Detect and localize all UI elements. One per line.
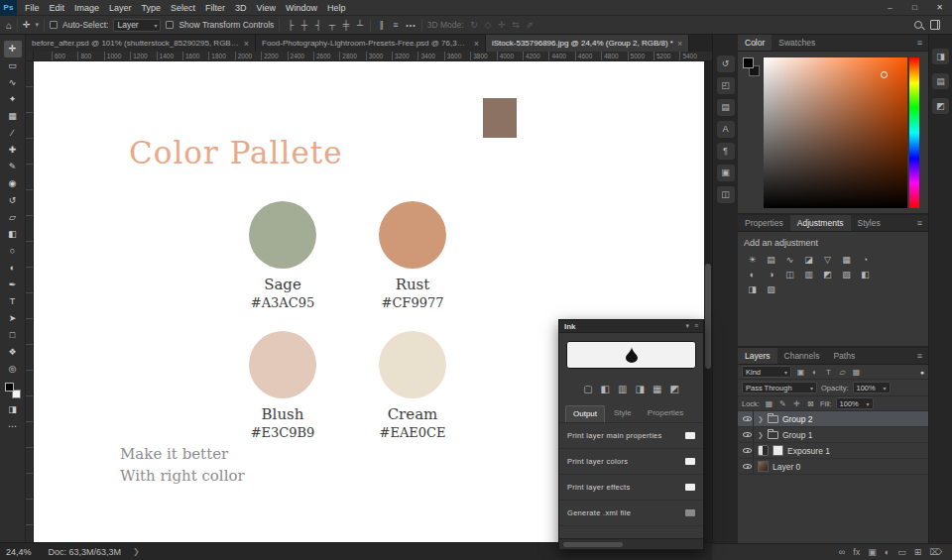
quick-selection-tool[interactable]: ✦ xyxy=(4,91,22,108)
align-top-edges-icon[interactable]: ┬ xyxy=(326,20,337,30)
foreground-color-swatch[interactable] xyxy=(743,57,754,68)
brightness-contrast-adjustment-icon[interactable]: ☀ xyxy=(745,254,760,267)
align-horizontal-centers-icon[interactable]: ┼ xyxy=(298,20,309,30)
document-tab-2[interactable]: Food-Photography-Lightroom-Presets-Free.… xyxy=(256,35,486,52)
hand-tool[interactable]: ❖ xyxy=(4,344,22,361)
menu-item-type[interactable]: Type xyxy=(137,0,167,16)
ink-layout-icon-1[interactable]: ▢ xyxy=(583,384,592,394)
hue-saturation-adjustment-icon[interactable]: ▦ xyxy=(839,254,854,267)
filter-adjustment-layers-icon[interactable]: ◐ xyxy=(809,368,820,377)
ink-horizontal-scrollbar[interactable] xyxy=(559,538,703,549)
ink-layout-icon-2[interactable]: ◧ xyxy=(601,384,610,394)
panel-menu-icon[interactable]: ≡ xyxy=(911,35,928,51)
layer-row-group-2[interactable]: ❯Group 2 xyxy=(738,411,928,427)
eyedropper-tool[interactable]: ∕ xyxy=(4,125,22,142)
menu-item-3d[interactable]: 3D xyxy=(230,0,252,16)
paragraph-panel-icon[interactable]: ¶ xyxy=(717,143,735,160)
menu-item-view[interactable]: View xyxy=(252,0,281,16)
maximize-button[interactable]: □ xyxy=(902,0,927,16)
align-right-edges-icon[interactable]: ┤ xyxy=(312,20,323,30)
ink-layout-icon-6[interactable]: ◩ xyxy=(669,384,678,394)
hue-slider[interactable] xyxy=(909,57,919,208)
healing-brush-tool[interactable]: ✚ xyxy=(4,142,22,159)
photoshop-logo-icon[interactable]: Ps xyxy=(0,0,17,16)
black-white-adjustment-icon[interactable]: ◐ xyxy=(745,269,760,281)
ink-menu-icon[interactable]: ≡ xyxy=(694,322,698,330)
navigator-panel-icon[interactable]: ◰ xyxy=(717,77,735,94)
status-chevron-icon[interactable]: ❯ xyxy=(133,547,140,556)
marquee-tool[interactable]: ▭ xyxy=(4,57,22,74)
ink-option-4[interactable]: Generate .xml file xyxy=(559,501,703,526)
menu-item-window[interactable]: Window xyxy=(281,0,322,16)
minimize-button[interactable]: – xyxy=(878,0,902,16)
filter-smart-objects-icon[interactable]: ▦ xyxy=(851,368,862,377)
filter-shape-layers-icon[interactable]: ▱ xyxy=(837,368,848,377)
layers-tab-channels[interactable]: Channels xyxy=(777,348,827,364)
zoom-level[interactable]: 24,4% xyxy=(6,547,32,557)
visibility-toggle[interactable] xyxy=(741,427,754,442)
document-tab-3[interactable]: iStock-535796896.jpg @ 24,4% (Group 2, R… xyxy=(486,35,689,52)
crop-tool[interactable]: ▦ xyxy=(4,108,22,125)
menu-item-edit[interactable]: Edit xyxy=(45,0,70,16)
layer-filter-toggle[interactable]: ● xyxy=(920,369,924,376)
align-bottom-edges-icon[interactable]: ┴ xyxy=(354,20,365,30)
layer-row-group-1[interactable]: ❯Group 1 xyxy=(738,427,928,443)
delete-layer-icon[interactable]: ⌦ xyxy=(929,547,942,557)
history-panel-icon[interactable]: ↺ xyxy=(717,56,735,72)
panel-menu-icon[interactable]: ≡ xyxy=(911,348,928,364)
adjustments-tab-adjustments[interactable]: Adjustments xyxy=(790,215,851,231)
auto-select-checkbox[interactable] xyxy=(50,21,58,29)
ink-tab-properties[interactable]: Properties xyxy=(641,405,690,422)
menu-item-select[interactable]: Select xyxy=(166,0,200,16)
quick-mask-icon[interactable]: ◨ xyxy=(4,401,22,418)
lock-all-icon[interactable]: ⊠ xyxy=(805,399,816,408)
ink-panel-titlebar[interactable]: Ink ▾≡ xyxy=(559,320,703,333)
visibility-toggle[interactable] xyxy=(741,459,754,474)
distribute-horizontal-icon[interactable]: ∥ xyxy=(376,20,387,30)
lasso-tool[interactable]: ∿ xyxy=(4,74,22,91)
chevron-right-icon[interactable]: ❯ xyxy=(758,415,764,423)
distribute-vertical-icon[interactable]: ≡ xyxy=(390,20,401,30)
ink-tab-style[interactable]: Style xyxy=(607,405,639,422)
color-lookup-adjustment-icon[interactable]: ▥ xyxy=(801,269,816,281)
selective-color-adjustment-icon[interactable]: ▨ xyxy=(764,283,778,296)
libraries-panel-icon[interactable]: ▣ xyxy=(717,165,735,181)
character-panel-icon[interactable]: A xyxy=(717,121,735,138)
lock-pixels-icon[interactable]: ✎ xyxy=(777,399,788,408)
visibility-toggle[interactable] xyxy=(741,411,754,426)
close-button[interactable]: ✕ xyxy=(927,0,952,16)
layer-row-exposure-1[interactable]: Exposure 1 xyxy=(738,443,928,459)
path-selection-tool[interactable]: ➤ xyxy=(4,310,22,327)
gradient-map-adjustment-icon[interactable]: ◨ xyxy=(745,283,760,296)
align-left-edges-icon[interactable]: ├ xyxy=(285,20,296,30)
info-panel-icon[interactable]: ▤ xyxy=(717,99,735,116)
ink-layout-icon-3[interactable]: ▥ xyxy=(618,384,627,394)
tab-close-icon[interactable]: × xyxy=(677,39,682,49)
ink-collapse-icon[interactable]: ▾ xyxy=(685,322,689,330)
filter-pixel-layers-icon[interactable]: ▣ xyxy=(795,368,806,377)
tab-close-icon[interactable]: × xyxy=(474,39,479,49)
layer-filter-kind-select[interactable]: Kind ▾ xyxy=(742,366,791,378)
adjustments-tab-properties[interactable]: Properties xyxy=(738,215,790,231)
ink-option-3[interactable]: Print layer effects xyxy=(559,475,703,501)
levels-adjustment-icon[interactable]: ▤ xyxy=(764,254,778,267)
foreground-background-colors[interactable] xyxy=(5,383,21,398)
photo-filter-adjustment-icon[interactable]: ◑ xyxy=(764,269,778,281)
foreground-color-swatch[interactable] xyxy=(5,383,14,392)
shape-tool[interactable]: □ xyxy=(4,327,22,344)
gradient-tool[interactable]: ◧ xyxy=(4,226,22,243)
layers-tab-paths[interactable]: Paths xyxy=(826,348,862,364)
move-tool[interactable]: ✛ xyxy=(4,41,22,57)
scrollbar-thumb[interactable] xyxy=(705,264,711,370)
color-field[interactable] xyxy=(764,57,907,208)
scrollbar-thumb[interactable] xyxy=(563,542,623,547)
lock-transparency-icon[interactable]: ▦ xyxy=(764,399,774,408)
ink-layout-icon-4[interactable]: ◨ xyxy=(636,384,645,394)
menu-item-help[interactable]: Help xyxy=(322,0,351,16)
color-balance-adjustment-icon[interactable]: ◔ xyxy=(858,254,873,267)
ink-tab-output[interactable]: Output xyxy=(565,405,605,422)
workspace-icon[interactable] xyxy=(930,20,940,30)
layer-thumbnail[interactable] xyxy=(758,461,769,472)
posterize-adjustment-icon[interactable]: ▧ xyxy=(839,269,854,281)
learn-panel-icon[interactable]: ◨ xyxy=(932,49,949,64)
